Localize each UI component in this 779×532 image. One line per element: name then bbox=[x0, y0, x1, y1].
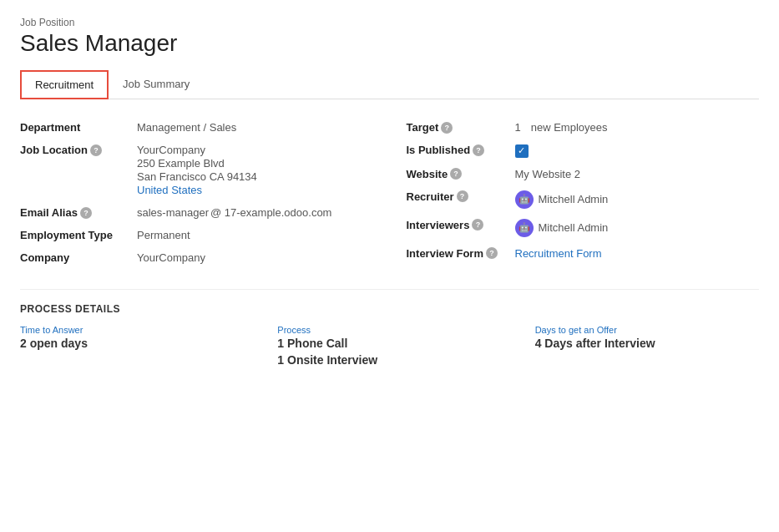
process-item: Process 1 Phone Call 1 Onsite Interview bbox=[277, 325, 501, 367]
right-section: Target ? 1 new Employees Is Published ? … bbox=[407, 116, 760, 269]
interviewers-row: Interviewers ? 🤖 Mitchell Admin bbox=[407, 214, 760, 242]
recruiter-label: Recruiter ? bbox=[407, 190, 515, 203]
time-to-answer-value: 2 open days bbox=[20, 337, 244, 350]
employment-type-label: Employment Type bbox=[20, 229, 137, 241]
process-details-header: PROCESS DETAILS bbox=[20, 303, 759, 315]
process-value2: 1 Onsite Interview bbox=[277, 353, 501, 367]
employment-type-row: Employment Type Permanent bbox=[20, 224, 373, 246]
email-alias-row: Email Alias ? sales-manager @ 17-example… bbox=[20, 201, 373, 224]
interviewers-label: Interviewers ? bbox=[407, 219, 515, 231]
main-content: Department Management / Sales Job Locati… bbox=[20, 116, 759, 269]
recruiter-help-icon[interactable]: ? bbox=[457, 190, 468, 202]
recruiter-person: 🤖 Mitchell Admin bbox=[515, 190, 609, 209]
interview-form-value[interactable]: Recruitment Form bbox=[515, 247, 602, 260]
days-offer-value: 4 Days after Interview bbox=[535, 337, 759, 350]
is-published-checkbox[interactable]: ✓ bbox=[515, 144, 529, 158]
target-help-icon[interactable]: ? bbox=[441, 122, 453, 134]
website-row: Website ? My Website 2 bbox=[407, 163, 760, 185]
employment-type-value: Permanent bbox=[137, 229, 190, 241]
job-location-value: YourCompany 250 Example Blvd San Francis… bbox=[137, 144, 257, 196]
page-subtitle: Job Position bbox=[20, 17, 759, 28]
website-value: My Website 2 bbox=[515, 168, 581, 180]
process-section: PROCESS DETAILS Time to Answer 2 open da… bbox=[20, 303, 759, 367]
recruiter-name: Mitchell Admin bbox=[539, 193, 609, 205]
department-value: Management / Sales bbox=[137, 121, 236, 134]
target-suffix: new Employees bbox=[531, 121, 608, 134]
interview-form-row: Interview Form ? Recruitment Form bbox=[407, 242, 760, 265]
email-user: sales-manager bbox=[137, 206, 209, 219]
job-location-row: Job Location ? YourCompany 250 Example B… bbox=[20, 139, 373, 201]
website-label: Website ? bbox=[407, 168, 515, 180]
process-grid: Time to Answer 2 open days Process 1 Pho… bbox=[20, 325, 759, 367]
checkbox-check-icon: ✓ bbox=[515, 144, 529, 158]
interviewers-avatar: 🤖 bbox=[515, 219, 534, 237]
interviewers-person: 🤖 Mitchell Admin bbox=[515, 219, 609, 237]
address-company: YourCompany bbox=[137, 144, 257, 156]
job-location-label: Job Location ? bbox=[20, 144, 137, 156]
time-to-answer-label: Time to Answer bbox=[20, 325, 244, 335]
section-divider bbox=[20, 289, 759, 290]
recruiter-avatar: 🤖 bbox=[515, 190, 534, 209]
company-value: YourCompany bbox=[137, 251, 205, 264]
is-published-label: Is Published ? bbox=[407, 144, 515, 156]
interview-form-label: Interview Form ? bbox=[407, 247, 515, 260]
tab-job-summary[interactable]: Job Summary bbox=[109, 70, 204, 99]
address-city: San Francisco CA 94134 bbox=[137, 170, 257, 183]
interviewers-name: Mitchell Admin bbox=[539, 221, 609, 234]
address-country[interactable]: United States bbox=[137, 184, 257, 196]
target-label: Target ? bbox=[407, 121, 515, 134]
process-value1: 1 Phone Call bbox=[277, 337, 501, 350]
page-title: Sales Manager bbox=[20, 30, 759, 57]
left-section: Department Management / Sales Job Locati… bbox=[20, 116, 373, 269]
email-alias-value: sales-manager @ 17-example.odoo.com bbox=[137, 206, 331, 219]
is-published-help-icon[interactable]: ? bbox=[473, 144, 484, 156]
email-alias-label: Email Alias ? bbox=[20, 206, 137, 219]
days-offer-label: Days to get an Offer bbox=[535, 325, 759, 335]
department-label: Department bbox=[20, 121, 137, 134]
tab-bar: Recruitment Job Summary bbox=[20, 70, 759, 99]
department-row: Department Management / Sales bbox=[20, 116, 373, 139]
email-domain: @ 17-example.odoo.com bbox=[210, 206, 331, 219]
is-published-row: Is Published ? ✓ bbox=[407, 139, 760, 163]
target-number: 1 bbox=[515, 121, 521, 134]
company-label: Company bbox=[20, 251, 137, 264]
email-alias-help-icon[interactable]: ? bbox=[80, 207, 92, 219]
target-value-row: 1 new Employees bbox=[515, 121, 608, 134]
interview-form-help-icon[interactable]: ? bbox=[486, 247, 498, 259]
days-offer-item: Days to get an Offer 4 Days after Interv… bbox=[535, 325, 759, 367]
interviewers-help-icon[interactable]: ? bbox=[472, 219, 483, 231]
website-help-icon[interactable]: ? bbox=[450, 168, 462, 180]
time-to-answer-item: Time to Answer 2 open days bbox=[20, 325, 244, 367]
recruiter-row: Recruiter ? 🤖 Mitchell Admin bbox=[407, 185, 760, 214]
tab-recruitment[interactable]: Recruitment bbox=[20, 70, 109, 99]
target-row: Target ? 1 new Employees bbox=[407, 116, 760, 139]
address-street: 250 Example Blvd bbox=[137, 157, 257, 170]
job-location-help-icon[interactable]: ? bbox=[90, 144, 102, 156]
company-row: Company YourCompany bbox=[20, 246, 373, 269]
process-label: Process bbox=[277, 325, 501, 335]
